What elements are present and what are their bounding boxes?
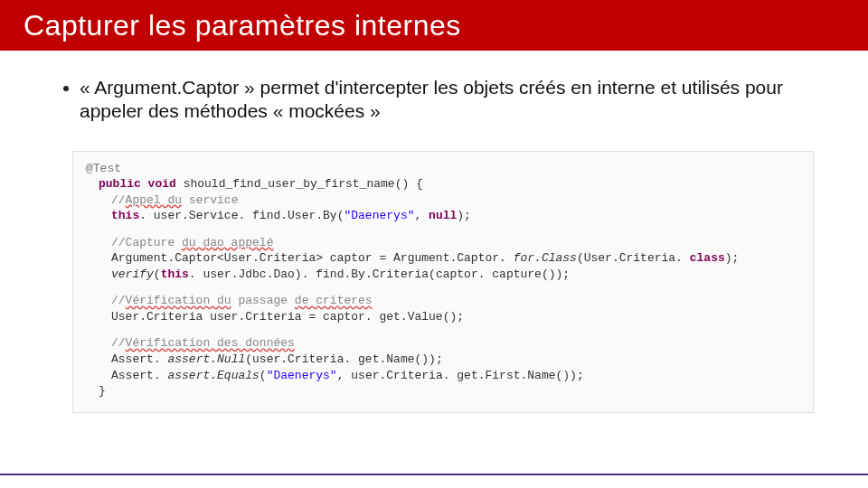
code-text: Assert. (111, 369, 167, 382)
code-keyword: null (429, 209, 457, 222)
code-keyword: this (111, 209, 139, 222)
slide-title: Capturer les paramètres internes (24, 9, 461, 42)
code-keyword: public void (99, 177, 176, 191)
code-text: , (414, 209, 429, 222)
code-keyword: class (690, 251, 725, 265)
code-comment: // (111, 294, 126, 307)
code-text: (user.Criteria. get.Name()); (245, 352, 442, 366)
code-comment: du dao appelé (182, 236, 273, 249)
code-keyword: this (161, 267, 189, 281)
code-text: , user.Criteria. get.First.Name()); (337, 369, 584, 382)
code-static-call: assert.Equals (167, 369, 259, 382)
bullet-dot-icon (63, 86, 69, 91)
title-band: Capturer les paramètres internes (0, 0, 868, 51)
code-comment: //Capture (111, 236, 182, 249)
code-comment: // (111, 193, 126, 207)
code-block: @Test public void should_find_user_by_fi… (72, 151, 814, 413)
code-text: ( (154, 267, 161, 281)
code-text: ); (457, 209, 471, 222)
bullet-text: « Argument.Captor » permet d'intercepter… (80, 76, 814, 124)
code-static-call: assert.Null (167, 352, 245, 366)
code-comment: // (111, 336, 126, 350)
slide-body: « Argument.Captor » permet d'intercepter… (0, 51, 868, 413)
code-string: "Daenerys" (267, 369, 337, 382)
code-text: Argument.Captor<User.Criteria> captor = … (111, 251, 514, 265)
footer-divider (0, 474, 868, 475)
code-text: User.Criteria user.Criteria = captor. ge… (111, 310, 464, 324)
code-text: should_find_user_by_first_name() { (176, 177, 423, 191)
code-text: Assert. (111, 352, 167, 366)
code-string: "Daenerys" (344, 209, 414, 222)
code-text: (User.Criteria. (577, 251, 690, 265)
code-text: . user.Service. find.User.By( (139, 209, 344, 222)
slide: Capturer les paramètres internes « Argum… (0, 0, 868, 488)
code-text: . user.Jdbc.Dao). find.By.Criteria(capto… (189, 267, 570, 281)
code-comment: service (182, 193, 238, 207)
code-static-call: for.Class (514, 251, 577, 265)
code-comment: Vérification du (126, 294, 231, 307)
code-static-call: verify (111, 267, 154, 281)
code-annotation: @Test (86, 162, 121, 175)
code-comment: Vérification des données (126, 336, 295, 350)
bullet-item: « Argument.Captor » permet d'intercepter… (63, 76, 814, 124)
code-text: ); (725, 251, 740, 265)
code-comment: de criteres (295, 294, 373, 307)
code-comment: passage (231, 294, 295, 307)
code-comment: Appel du (126, 193, 182, 207)
code-text: ( (259, 369, 267, 382)
code-text: } (99, 384, 106, 398)
